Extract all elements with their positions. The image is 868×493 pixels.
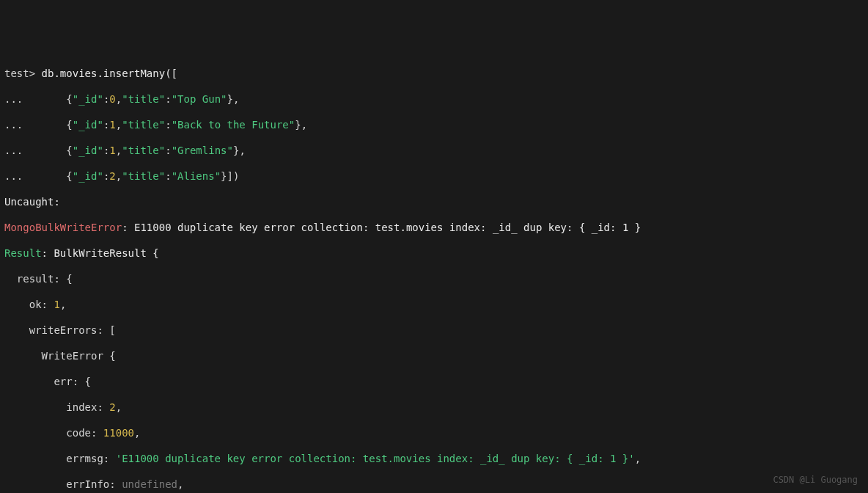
uncaught-label: Uncaught: xyxy=(4,196,60,208)
continuation: ... xyxy=(4,119,66,131)
json-key: "_id" xyxy=(73,93,103,105)
result-type: : BulkWriteResult { xyxy=(42,247,159,259)
error-name: MongoBulkWriteError xyxy=(4,222,122,233)
brace: { xyxy=(66,93,72,105)
terminal-output[interactable]: test> db.movies.insertMany([ ... {"_id":… xyxy=(4,54,864,493)
brace-close: }, xyxy=(227,93,240,105)
json-key: "title" xyxy=(122,93,165,105)
continuation: ... xyxy=(4,170,66,182)
watermark: CSDN @Li Guogang xyxy=(773,475,858,486)
continuation: ... xyxy=(4,145,66,156)
result-label: Result xyxy=(4,247,42,259)
prompt: test> xyxy=(4,67,35,79)
error-message: : E11000 duplicate key error collection:… xyxy=(122,222,641,233)
command-text: db.movies.insertMany([ xyxy=(35,67,177,79)
json-number: 0 xyxy=(109,93,115,105)
json-string: "Top Gun" xyxy=(172,93,227,105)
continuation: ... xyxy=(4,93,66,105)
output-line: result: { xyxy=(4,273,864,286)
